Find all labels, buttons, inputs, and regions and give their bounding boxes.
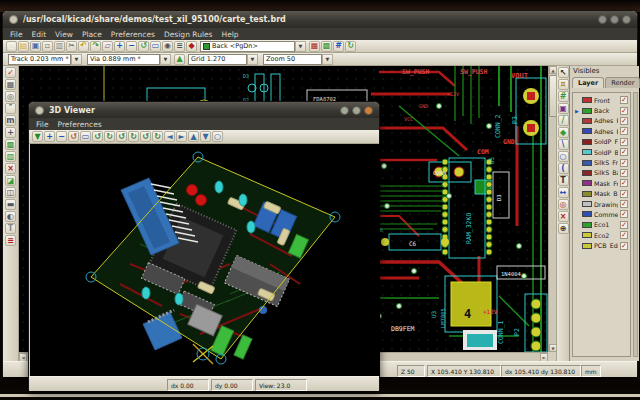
zoom-in-icon[interactable]: +	[44, 131, 55, 142]
layer-visibility-checkbox[interactable]: ✓	[620, 96, 628, 104]
add-module-icon[interactable]: ▣	[558, 103, 569, 114]
find-icon[interactable]: ◉	[162, 41, 173, 52]
zoom-combo[interactable]: Zoom 50 ▼	[263, 54, 333, 65]
layer-visibility-checkbox[interactable]: ✓	[620, 221, 628, 229]
menu-help[interactable]: Help	[222, 30, 239, 39]
layer-visibility-checkbox[interactable]: ✓	[620, 242, 628, 250]
ratsnest-module-icon[interactable]: ▨	[5, 151, 16, 162]
add-dimension-icon[interactable]: ↔	[558, 187, 569, 198]
via-size-combo[interactable]: Via 0.889 mm * ▼	[87, 54, 171, 65]
rotate-y-neg-icon[interactable]: ↺	[116, 131, 127, 142]
polar-coords-icon[interactable]: ◎	[5, 91, 16, 102]
invisible-text-icon[interactable]: T	[5, 223, 16, 234]
cursor-shape-icon[interactable]: +	[5, 127, 16, 138]
layer-visibility-checkbox[interactable]: ✓	[620, 231, 628, 239]
ratsnest-icon[interactable]: ▦	[309, 41, 320, 52]
auto-delete-icon[interactable]: ×	[5, 163, 16, 174]
layer-color-swatch[interactable]	[582, 191, 592, 197]
layer-visibility-checkbox[interactable]: ✓	[620, 159, 628, 167]
rotate-y-pos-icon[interactable]: ↻	[128, 131, 139, 142]
add-line-icon[interactable]: \	[558, 139, 569, 150]
layer-visibility-checkbox[interactable]: ✓	[620, 179, 628, 187]
layers-manager-icon[interactable]: ≡	[5, 235, 16, 246]
layer-color-swatch[interactable]	[582, 243, 592, 249]
layer-color-swatch[interactable]	[582, 201, 592, 207]
layer-color-swatch[interactable]	[582, 97, 592, 103]
tracks-sketch-icon[interactable]: ▬	[5, 199, 16, 210]
viewer3d-canvas[interactable]	[30, 144, 380, 376]
layer-color-swatch[interactable]	[582, 222, 592, 228]
tab-layer[interactable]: Layer	[572, 77, 604, 88]
pads-sketch-icon[interactable]: ◫	[5, 187, 16, 198]
menu-design-rules[interactable]: Design Rules	[164, 30, 213, 39]
add-zone-icon[interactable]: ◆	[558, 127, 569, 138]
move-right-icon[interactable]: ►	[176, 131, 187, 142]
units-inch-icon[interactable]: ″	[5, 103, 16, 114]
redraw-icon[interactable]: ↺	[138, 41, 149, 52]
layer-row-back[interactable]: ▶ Back ✓	[574, 105, 629, 115]
drc-check-icon[interactable]: ✓	[5, 67, 16, 78]
move-down-icon[interactable]: ▼	[200, 131, 211, 142]
ratsnest-general-icon[interactable]: ▩	[5, 139, 16, 150]
viewer3d-menu-file[interactable]: File	[36, 120, 49, 129]
layer-row-drawings[interactable]: Drawings ✓	[574, 199, 629, 209]
viewer3d-minimize-button[interactable]	[340, 106, 349, 115]
menu-file[interactable]: File	[10, 30, 23, 39]
viewer3d-titlebar[interactable]: 3D Viewer	[29, 102, 379, 118]
layer-visibility-checkbox[interactable]: ✓	[620, 210, 628, 218]
layer-color-swatch[interactable]	[582, 139, 592, 145]
layer-row-soldp_front[interactable]: SoldP_Front ✓	[574, 137, 629, 147]
cut-icon[interactable]: ✂	[66, 41, 77, 52]
grid-toggle-icon[interactable]: ▦	[5, 79, 16, 90]
layer-row-eco1[interactable]: Eco1 ✓	[574, 220, 629, 230]
layer-row-silks_front[interactable]: SilkS_Front ✓	[574, 157, 629, 167]
layer-visibility-checkbox[interactable]: ✓	[620, 117, 628, 125]
layer-color-swatch[interactable]	[582, 118, 592, 124]
grid-dropdown[interactable]: ▼	[247, 54, 258, 65]
delete-item-icon[interactable]: ×	[558, 211, 569, 222]
layer-row-front[interactable]: Front ✓	[574, 95, 629, 105]
layer-color-swatch[interactable]	[582, 211, 592, 217]
layer-visibility-checkbox[interactable]: ✓	[620, 169, 628, 177]
zoom-fit-icon[interactable]: ▭	[150, 41, 161, 52]
zoom-out-icon[interactable]: −	[126, 41, 137, 52]
ortho-view-icon[interactable]: ○	[212, 131, 223, 142]
layer-color-swatch[interactable]	[582, 170, 592, 176]
viewer3d-menu-preferences[interactable]: Preferences	[58, 120, 102, 129]
layer-visibility-checkbox[interactable]: ✓	[620, 138, 628, 146]
viewer3d-close-button[interactable]	[364, 106, 373, 115]
zoom-dropdown[interactable]: ▼	[322, 54, 333, 65]
close-button[interactable]	[622, 15, 631, 24]
add-track-icon[interactable]: /	[558, 115, 569, 126]
select-tool-icon[interactable]: ↖	[558, 67, 569, 78]
layer-row-mask_front[interactable]: Mask_Front ✓	[574, 178, 629, 188]
layer-row-silks_back[interactable]: SilkS_Back ✓	[574, 168, 629, 178]
menu-preferences[interactable]: Preferences	[111, 30, 155, 39]
zoom-fit-icon[interactable]: ▭	[80, 131, 91, 142]
rotate-z-neg-icon[interactable]: ↺	[140, 131, 151, 142]
layer-row-adhes_front[interactable]: Adhes_Front ✓	[574, 116, 629, 126]
menu-place[interactable]: Place	[82, 30, 102, 39]
layer-selector[interactable]: Back <PgDn> ▼	[200, 41, 306, 52]
open-board-icon[interactable]: ▤	[18, 41, 29, 52]
redraw-icon[interactable]: ↺	[68, 131, 79, 142]
layer-row-adhes_back[interactable]: Adhes_Back ✓	[574, 126, 629, 136]
layer-row-soldp_back[interactable]: SoldP_Back ✓	[574, 147, 629, 157]
drc-icon[interactable]: ◆	[186, 41, 197, 52]
add-text-icon[interactable]: T	[558, 175, 569, 186]
units-mm-icon[interactable]: m	[5, 115, 16, 126]
via-size-dropdown[interactable]: ▼	[160, 54, 171, 65]
new-board-icon[interactable]: ▢	[6, 41, 17, 52]
viewer3d-maximize-button[interactable]	[352, 106, 361, 115]
add-target-icon[interactable]: ◎	[558, 199, 569, 210]
local-ratsnest-icon[interactable]: #	[558, 91, 569, 102]
tab-render[interactable]: Render	[605, 77, 640, 88]
reload-board-icon[interactable]: ▼	[32, 131, 43, 142]
layer-row-eco2[interactable]: Eco2 ✓	[574, 230, 629, 240]
rotate-z-pos-icon[interactable]: ↻	[152, 131, 163, 142]
layer-color-swatch[interactable]	[582, 108, 592, 114]
main-titlebar[interactable]: /usr/local/kicad/share/demos/test_xil_95…	[3, 11, 637, 28]
track-width-auto-icon[interactable]: ▲	[174, 54, 185, 65]
layer-visibility-checkbox[interactable]: ✓	[620, 148, 628, 156]
layer-color-swatch[interactable]	[582, 232, 592, 238]
